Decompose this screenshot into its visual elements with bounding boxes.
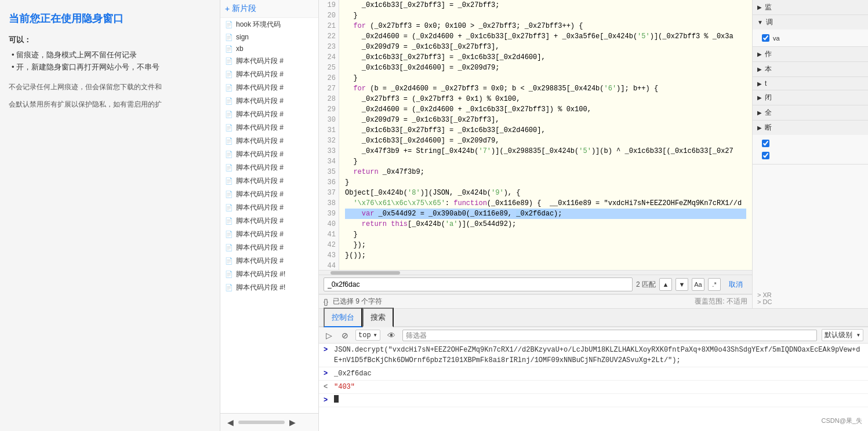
breakpoints-header[interactable]: ▶ 监 xyxy=(753,0,868,14)
file-name: xb xyxy=(236,45,244,53)
code-line: var _0x544d92 = _0x390ab0(_0x116e89, _0x… xyxy=(345,209,746,219)
file-item[interactable]: 📄脚本代码片段 # xyxy=(220,54,318,68)
global-arrow: ▶ xyxy=(757,109,762,116)
file-item[interactable]: 📄脚本代码片段 # xyxy=(220,188,318,201)
code-line: _0x1c6b33[_0x2d4600] = _0x209d79; xyxy=(345,63,746,73)
file-item[interactable]: 📄脚本代码片段 # xyxy=(220,68,318,81)
console-prompt: > xyxy=(324,368,331,379)
code-line: for (_0x27bff3 = 0x0; 0x100 > _0x27bff3;… xyxy=(345,21,746,31)
file-item[interactable]: 📄hook 环境代码 xyxy=(220,18,318,31)
file-item[interactable]: 📄脚本代码片段 # xyxy=(220,241,318,254)
file-name: 脚本代码片段 #! xyxy=(236,269,285,279)
tab-search[interactable]: 搜索 xyxy=(362,308,394,327)
search-prev-button[interactable]: ▲ xyxy=(659,278,672,291)
file-item[interactable]: 📄脚本代码片段 # xyxy=(220,161,318,174)
file-item[interactable]: 📄脚本代码片段 # xyxy=(220,254,318,268)
file-icon: 📄 xyxy=(225,124,233,132)
file-item[interactable]: 📄脚本代码片段 # xyxy=(220,94,318,108)
search-aa-button[interactable]: Aa xyxy=(692,278,704,291)
nav-right-button[interactable]: ▶ xyxy=(287,417,298,428)
line-number: 29 xyxy=(322,104,336,115)
local-section: ▶ 本 xyxy=(753,62,868,77)
t-section: ▶ t xyxy=(753,77,868,90)
console-eye-button[interactable]: 👁 xyxy=(385,330,398,341)
code-line: }); xyxy=(345,240,746,250)
code-area: 1920212223242526272829303132333435363738… xyxy=(319,0,752,308)
file-item[interactable]: 📄脚本代码片段 # xyxy=(220,108,318,121)
tab-console[interactable]: 控制台 xyxy=(324,308,362,327)
file-item[interactable]: 📄脚本代码片段 # xyxy=(220,121,318,134)
file-item[interactable]: 📄脚本代码片段 # xyxy=(220,134,318,148)
file-item[interactable]: 📄脚本代码片段 # xyxy=(220,174,318,188)
incognito-title: 当前您正在使用隐身窗口 xyxy=(9,12,211,25)
global-header[interactable]: ▶ 全 xyxy=(753,105,868,120)
xr-arrow: ▶ xyxy=(757,125,762,131)
va-checkbox[interactable] xyxy=(762,34,769,42)
breakpoints-section: ▶ 监 xyxy=(753,0,868,15)
format-button[interactable]: {} xyxy=(324,298,328,306)
line-number: 38 xyxy=(322,198,336,209)
xr-label-2: > XR xyxy=(757,291,863,298)
global-label: 全 xyxy=(765,108,772,118)
search-input[interactable] xyxy=(324,277,633,291)
add-icon: + xyxy=(225,4,230,13)
console-exec-button[interactable]: ▷ xyxy=(324,330,335,341)
file-item[interactable]: 📄sign xyxy=(220,31,318,43)
scope-header[interactable]: ▼ 调 xyxy=(753,15,868,30)
xr-checkbox-2[interactable] xyxy=(762,152,769,159)
context-select[interactable]: top ▾ xyxy=(355,330,380,341)
line-number: 36 xyxy=(322,177,336,188)
console-line: >JSON.decrypt("vxdcHi7sN+EEZ2OHFeZMq9Kn7… xyxy=(319,344,868,367)
file-name: 脚本代码片段 # xyxy=(236,56,284,66)
code-line: _0x2d4600 = (_0x2d4600 + _0x1c6b33[_0x27… xyxy=(345,31,746,42)
search-next-button[interactable]: ▼ xyxy=(675,278,688,291)
file-panel-bottom: ◀ ▶ xyxy=(220,413,318,431)
file-item[interactable]: 📄脚本代码片段 # xyxy=(220,148,318,161)
line-number: 37 xyxy=(322,188,336,198)
file-item[interactable]: 📄脚本代码片段 # xyxy=(220,201,318,214)
scope-section: ▼ 调 va xyxy=(753,15,868,47)
nav-left-button[interactable]: ◀ xyxy=(225,417,236,428)
local-header[interactable]: ▶ 本 xyxy=(753,62,868,76)
closed-header[interactable]: ▶ 闭 xyxy=(753,90,868,105)
right-panel-extra: > XR > DC xyxy=(753,288,868,308)
code-line: _0x47f3b9 += String[_0x424b('7')](_0x298… xyxy=(345,146,746,156)
line-number: 33 xyxy=(322,146,336,156)
code-line: }()); xyxy=(345,250,746,261)
file-item[interactable]: 📄脚本代码片段 # xyxy=(220,214,318,228)
xr-checkbox-1[interactable] xyxy=(762,140,769,147)
xr-section: ▶ 断 xyxy=(753,120,868,165)
search-regex-button[interactable]: .* xyxy=(708,278,721,291)
call-stack-header[interactable]: ▶ 作 xyxy=(753,47,868,61)
xr-header[interactable]: ▶ 断 xyxy=(753,120,868,135)
code-scroll: 1920212223242526272829303132333435363738… xyxy=(319,0,752,270)
file-item[interactable]: 📄脚本代码片段 # xyxy=(220,81,318,94)
horizontal-scrollbar[interactable] xyxy=(319,270,752,275)
t-header[interactable]: ▶ t xyxy=(753,77,868,90)
filter-input[interactable] xyxy=(402,330,817,341)
file-item[interactable]: 📄xb xyxy=(220,43,318,54)
file-name: 脚本代码片段 # xyxy=(236,189,284,199)
line-number: 26 xyxy=(322,73,336,83)
context-arrow: ▾ xyxy=(373,331,377,339)
file-icon: 📄 xyxy=(225,244,233,251)
line-number: 40 xyxy=(322,219,336,229)
level-select[interactable]: 默认级别 ▾ xyxy=(822,329,863,341)
file-item[interactable]: 📄脚本代码片段 # xyxy=(220,228,318,241)
code-line: _0x2d4600 = (_0x2d4600 + _0x1c6b33[_0x27… xyxy=(345,104,746,115)
file-name: 脚本代码片段 # xyxy=(236,176,284,186)
console-prompt: > xyxy=(324,395,331,406)
file-name: 脚本代码片段 # xyxy=(236,123,284,133)
watermark: CSDN@果_失 xyxy=(822,417,862,425)
code-line: _0x1c6b33[_0x2d4600] = _0x209d79, xyxy=(345,136,746,146)
code-content[interactable]: _0x1c6b33[_0x27bff3] = _0x27bff3; } for … xyxy=(339,0,752,270)
file-item[interactable]: 📄脚本代码片段 #! xyxy=(220,281,318,294)
console-stop-button[interactable]: ⊘ xyxy=(339,330,351,341)
file-item[interactable]: 📄脚本代码片段 #! xyxy=(220,268,318,281)
incognito-note-1: 不会记录任何上网痕迹，但会保留您下载的文件和 xyxy=(9,82,211,93)
file-icon: 📄 xyxy=(225,97,233,105)
line-number: 34 xyxy=(322,156,336,167)
t-arrow: ▶ xyxy=(757,81,762,87)
console-prompt: < xyxy=(324,382,331,392)
search-cancel-button[interactable]: 取消 xyxy=(724,279,747,291)
